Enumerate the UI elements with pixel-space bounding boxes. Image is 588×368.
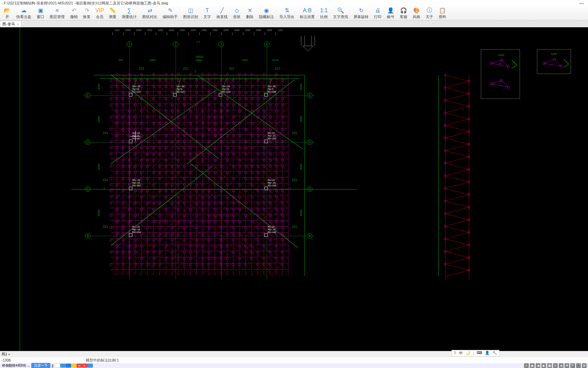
- tool-文字查找[interactable]: 🔍文字查找: [330, 6, 351, 20]
- marker-1-left: 1: [103, 187, 105, 190]
- ime-moon-icon[interactable]: 🌙: [464, 351, 471, 356]
- view-settings-icon[interactable]: ⚙: [582, 363, 587, 368]
- tab-drawing[interactable]: 图-金马 ×: [0, 21, 21, 27]
- tool-icon-17: ⇅: [283, 7, 291, 14]
- tool-label-3: 图层管理: [50, 14, 65, 19]
- grid-h-E: [83, 95, 315, 96]
- tool-比例[interactable]: 1:1比例: [317, 6, 330, 20]
- tool-编辑助手[interactable]: ✎编辑助手: [160, 6, 180, 20]
- tool-label-17: 导入导出: [279, 14, 294, 19]
- tab-label: 图-金马: [2, 21, 15, 27]
- tool-测量统计[interactable]: ∑测量统计: [119, 6, 140, 20]
- ruler-val-2: 2000: [136, 29, 142, 31]
- bubble-3: 3: [218, 42, 224, 47]
- view-eye-icon[interactable]: 👁: [565, 363, 569, 368]
- tool-撤销[interactable]: ↶撤销: [67, 6, 80, 20]
- tool-窗口[interactable]: ▣窗口: [34, 6, 47, 20]
- tool-icon-5: ↷: [83, 7, 91, 14]
- top-detail-symbol: [299, 36, 320, 51]
- task-app-3[interactable]: [66, 364, 71, 368]
- dim-top-1: 6000: [150, 59, 156, 62]
- view-zoom-icon[interactable]: 🔍: [570, 363, 575, 368]
- drawing-canvas[interactable]: 1392200020002000200020002000200020002000…: [0, 27, 588, 351]
- task-app-6[interactable]: A: [82, 364, 87, 368]
- task-app-2[interactable]: [60, 364, 66, 368]
- grid-h-B: [83, 236, 315, 236]
- tool-label-21: 屏幕旋转: [354, 14, 369, 19]
- tool-label-1: 快看云盘: [16, 14, 31, 19]
- task-app-5[interactable]: W: [77, 364, 82, 368]
- view-3d-icon[interactable]: ◈: [559, 363, 564, 368]
- tool-客服[interactable]: 🎧客服: [397, 6, 410, 20]
- tool-icon-23: 👤: [387, 7, 394, 14]
- svg-line-3: [445, 94, 469, 100]
- tool-标注设置[interactable]: A:B标注设置: [297, 6, 317, 20]
- svg-line-11: [445, 144, 469, 151]
- view-layers-icon[interactable]: ≡: [553, 363, 558, 368]
- news-ticker[interactable]: 桥侧翻致4死8伤 ...: [1, 363, 31, 368]
- model-tab-bar: 局1 ▸: [0, 351, 588, 357]
- tool-图纸对比[interactable]: ⇄图纸对比: [140, 6, 160, 20]
- ruler-val-8: 2000: [201, 29, 207, 31]
- view-grid-icon[interactable]: ▦: [547, 363, 552, 368]
- dim-right-2: 8000: [299, 164, 303, 170]
- ime-wrench-icon[interactable]: 🔧: [491, 351, 498, 356]
- tool-打印[interactable]: 🖨打印: [371, 6, 384, 20]
- tool-导入导出[interactable]: ⇅导入导出: [277, 6, 297, 20]
- support-6: [129, 187, 132, 190]
- ruler-val-12: 2000: [245, 29, 250, 31]
- view-plus-icon[interactable]: +: [524, 363, 529, 368]
- tool-文字[interactable]: T文字: [201, 6, 214, 20]
- view-circle-icon[interactable]: ◉: [530, 363, 535, 368]
- tool-画直线[interactable]: ╱画直线: [214, 6, 230, 20]
- search-button[interactable]: 百度一下: [31, 363, 50, 368]
- tool-资料[interactable]: 📋资料: [436, 6, 449, 20]
- tool-恢复[interactable]: ↷恢复: [80, 6, 93, 20]
- tool-形状[interactable]: ◇形状: [230, 6, 243, 20]
- ime-toolbar[interactable]: S 中 🌙 , ⌨ 👤 🔧: [452, 350, 500, 356]
- tool-icon-16: ◉: [263, 7, 270, 14]
- tool-开[interactable]: 📂开: [1, 6, 14, 20]
- tool-关于[interactable]: ⓘ关于: [423, 6, 436, 20]
- ime-keyboard-icon[interactable]: ⌨: [476, 351, 483, 356]
- tool-label-23: 账号: [387, 14, 394, 19]
- tool-label-24: 客服: [400, 14, 407, 19]
- side-elevation-truss: [445, 75, 476, 279]
- tab-arrow[interactable]: ▸: [9, 352, 11, 356]
- tab-close-icon[interactable]: ×: [17, 22, 19, 26]
- tool-图层管理[interactable]: ≡图层管理: [47, 6, 67, 20]
- tool-账号[interactable]: 👤账号: [384, 6, 397, 20]
- svg-line-0: [445, 75, 469, 81]
- task-app-1[interactable]: [55, 364, 60, 368]
- tool-快看云盘[interactable]: ☁快看云盘: [14, 6, 34, 20]
- tool-icon-14: ◇: [233, 7, 241, 14]
- view-sound-icon[interactable]: 🔊: [576, 363, 581, 368]
- ime-s-icon[interactable]: S: [453, 351, 457, 356]
- tool-会员[interactable]: VIP会员: [93, 6, 106, 20]
- svg-line-26: [445, 239, 469, 245]
- grid-h-D: [83, 142, 315, 142]
- view-right-icon[interactable]: ▶: [541, 363, 546, 368]
- layout-tab[interactable]: 局1: [1, 352, 7, 357]
- tool-隐藏标注[interactable]: ◉隐藏标注: [256, 6, 277, 20]
- ime-person-icon[interactable]: 👤: [484, 351, 491, 356]
- task-app-7[interactable]: [87, 364, 93, 368]
- task-app-4[interactable]: [71, 364, 77, 368]
- svg-line-22: [445, 214, 469, 220]
- detail-dim-1: 2000: [498, 53, 504, 57]
- view-left-icon[interactable]: ◀: [536, 363, 540, 368]
- minimize-button[interactable]: —: [576, 0, 587, 6]
- tool-icon-18: A:B: [304, 7, 311, 14]
- zz-label-2: ZZ1: [229, 67, 234, 70]
- tool-测量[interactable]: 📏测量: [106, 6, 119, 20]
- bubble-1: 1: [127, 42, 132, 47]
- tool-删除[interactable]: ✕删除: [243, 6, 256, 20]
- ime-lang[interactable]: 中: [458, 351, 464, 356]
- ime-comma[interactable]: ,: [472, 351, 475, 356]
- tool-屏幕旋转[interactable]: ↻屏幕旋转: [351, 6, 371, 20]
- tool-icon-12: T: [203, 7, 211, 14]
- tool-图形识别[interactable]: ◫图形识别: [180, 6, 201, 20]
- tool-label-7: 测量: [109, 14, 116, 19]
- ruler-val-7: 2000: [191, 29, 196, 31]
- tool-风格[interactable]: 🎨风格: [410, 6, 423, 20]
